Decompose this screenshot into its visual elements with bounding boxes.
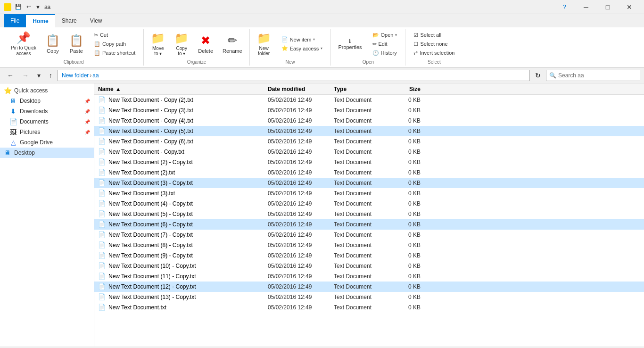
minimize-button[interactable]: ─ [575, 0, 597, 14]
open-button[interactable]: 📂 Open ▾ [369, 31, 401, 39]
new-item-button[interactable]: 📄 New item ▾ [278, 35, 326, 44]
file-date-cell: 05/02/2016 12:49 [264, 149, 330, 155]
edit-button[interactable]: ✏ Edit [369, 40, 401, 48]
tab-file[interactable]: File [4, 14, 26, 27]
documents-label: Documents [20, 118, 82, 125]
up-button[interactable]: ↑ [46, 70, 56, 81]
file-type-cell: Text Document [330, 107, 387, 114]
file-type-icon: 📄 [98, 262, 106, 269]
sidebar-item-pictures[interactable]: 🖼 Pictures 📌 [0, 127, 94, 137]
file-type-cell: Text Document [330, 149, 387, 155]
customize-qs-button[interactable]: ▼ [33, 3, 42, 11]
pin-to-quick-access-button[interactable]: 📌 Pin to Quickaccess [7, 29, 41, 58]
path-new-folder[interactable]: New folder [62, 72, 89, 79]
new-folder-button[interactable]: 📁 Newfolder [253, 29, 275, 58]
select-all-button[interactable]: ☑ Select all [410, 31, 458, 39]
clipboard-group-label: Clipboard [7, 58, 140, 66]
table-row[interactable]: 📄 New Text Document (13) - Copy.txt 05/0… [94, 292, 644, 302]
file-type-cell: Text Document [330, 252, 387, 259]
table-row[interactable]: 📄 New Text Document - Copy (4).txt 05/02… [94, 116, 644, 126]
table-row[interactable]: 📄 New Text Document (2).txt 05/02/2016 1… [94, 167, 644, 178]
file-name-cell: 📄 New Text Document (6) - Copy.txt [94, 221, 264, 228]
file-type-cell: Text Document [330, 190, 387, 197]
invert-selection-button[interactable]: ⇄ Invert selection [410, 49, 458, 57]
move-to-button[interactable]: 📁 Moveto ▾ [147, 29, 169, 58]
history-button[interactable]: 🕐 History [369, 49, 401, 57]
delete-button[interactable]: ✖ Delete [194, 29, 217, 58]
table-row[interactable]: 📄 New Text Document (2) - Copy.txt 05/02… [94, 157, 644, 167]
table-row[interactable]: 📄 New Text Document (3) - Copy.txt 05/02… [94, 178, 644, 188]
file-date-cell: 05/02/2016 12:49 [264, 107, 330, 114]
search-box[interactable]: 🔍 [546, 70, 640, 81]
file-type-icon: 📄 [98, 293, 106, 300]
table-row[interactable]: 📄 New Text Document (3).txt 05/02/2016 1… [94, 188, 644, 199]
sidebar-item-quick-access[interactable]: ⭐ Quick access [0, 85, 94, 96]
file-type-icon: 📄 [98, 190, 106, 197]
downloads-pin-icon: 📌 [84, 109, 90, 114]
maximize-button[interactable]: □ [597, 0, 619, 14]
sidebar-item-google-drive[interactable]: △ Google Drive [0, 137, 94, 148]
quick-save-button[interactable]: 💾 [13, 3, 24, 11]
file-size-cell: 0 KB [387, 304, 424, 311]
sidebar-item-documents[interactable]: 📄 Documents 📌 [0, 116, 94, 127]
search-input[interactable] [558, 72, 637, 79]
file-size-cell: 0 KB [387, 221, 424, 228]
easy-access-button[interactable]: ⭐ Easy access ▾ [278, 44, 326, 53]
copy-to-button[interactable]: 📁 Copyto ▾ [170, 29, 193, 58]
table-row[interactable]: 📄 New Text Document (11) - Copy.txt 05/0… [94, 271, 644, 282]
back-button[interactable]: ← [4, 70, 17, 81]
cut-label: Cut [100, 32, 108, 38]
col-header-name[interactable]: Name ▲ [94, 86, 264, 92]
file-date-cell: 05/02/2016 12:49 [264, 211, 330, 217]
table-row[interactable]: 📄 New Text Document.txt 05/02/2016 12:49… [94, 302, 644, 313]
sidebar-item-desktop-pinned[interactable]: 🖥 Desktop 📌 [0, 96, 94, 106]
path-aa[interactable]: aa [92, 72, 99, 79]
undo-button[interactable]: ↩ [25, 3, 33, 11]
table-row[interactable]: 📄 New Text Document - Copy.txt 05/02/201… [94, 147, 644, 157]
select-none-button[interactable]: ☐ Select none [410, 40, 458, 48]
table-row[interactable]: 📄 New Text Document (9) - Copy.txt 05/02… [94, 250, 644, 261]
properties-button[interactable]: ℹ Properties [334, 29, 366, 58]
file-date-cell: 05/02/2016 12:49 [264, 304, 330, 311]
pin-icon: 📌 [17, 31, 31, 44]
sidebar-item-downloads[interactable]: ⬇ Downloads 📌 [0, 106, 94, 116]
tab-view[interactable]: View [83, 14, 109, 27]
table-row[interactable]: 📄 New Text Document (7) - Copy.txt 05/02… [94, 230, 644, 240]
table-row[interactable]: 📄 New Text Document (8) - Copy.txt 05/02… [94, 240, 644, 250]
edit-label: Edit [379, 41, 388, 47]
col-header-size[interactable]: Size [387, 86, 424, 92]
sidebar-item-desktop[interactable]: 🖥 Desktop [0, 148, 94, 158]
help-button[interactable]: ? [553, 0, 575, 14]
table-row[interactable]: 📄 New Text Document - Copy (6).txt 05/02… [94, 136, 644, 147]
copy-button-large[interactable]: 📋 Copy [41, 29, 64, 58]
recent-locations-button[interactable]: ▾ [34, 70, 44, 81]
file-name-cell: 📄 New Text Document (7) - Copy.txt [94, 231, 264, 238]
refresh-button[interactable]: ↻ [532, 70, 544, 81]
table-row[interactable]: 📄 New Text Document (4) - Copy.txt 05/02… [94, 199, 644, 209]
table-row[interactable]: 📄 New Text Document - Copy (2).txt 05/02… [94, 95, 644, 105]
table-row[interactable]: 📄 New Text Document - Copy (5).txt 05/02… [94, 126, 644, 136]
table-row[interactable]: 📄 New Text Document (10) - Copy.txt 05/0… [94, 261, 644, 271]
paste-button[interactable]: 📋 Paste [65, 29, 88, 58]
table-row[interactable]: 📄 New Text Document (12) - Copy.txt 05/0… [94, 282, 644, 292]
ribbon-content: 📌 Pin to Quickaccess 📋 Copy 📋 Paste ✂ [0, 27, 644, 67]
close-button[interactable]: ✕ [619, 0, 640, 14]
file-size-cell: 0 KB [387, 138, 424, 145]
file-name-cell: 📄 New Text Document - Copy (6).txt [94, 138, 264, 145]
clipboard-small-btns: ✂ Cut 📋 Copy path 📋 Paste shortcut [89, 29, 140, 58]
copy-path-button[interactable]: 📋 Copy path [91, 40, 139, 48]
table-row[interactable]: 📄 New Text Document (5) - Copy.txt 05/02… [94, 209, 644, 219]
file-type-cell: Text Document [330, 211, 387, 217]
col-header-type[interactable]: Type [330, 86, 387, 92]
col-header-date[interactable]: Date modified [264, 86, 330, 92]
ribbon: File Home Share View 📌 Pin to Quickacces… [0, 14, 644, 68]
rename-button[interactable]: ✏ Rename [218, 29, 247, 58]
address-path[interactable]: New folder › aa [58, 70, 530, 81]
cut-button[interactable]: ✂ Cut [91, 31, 139, 39]
table-row[interactable]: 📄 New Text Document (6) - Copy.txt 05/02… [94, 219, 644, 230]
paste-shortcut-button[interactable]: 📋 Paste shortcut [91, 49, 139, 57]
tab-home[interactable]: Home [26, 14, 55, 27]
forward-button[interactable]: → [19, 70, 32, 81]
table-row[interactable]: 📄 New Text Document - Copy (3).txt 05/02… [94, 105, 644, 116]
tab-share[interactable]: Share [55, 14, 83, 27]
